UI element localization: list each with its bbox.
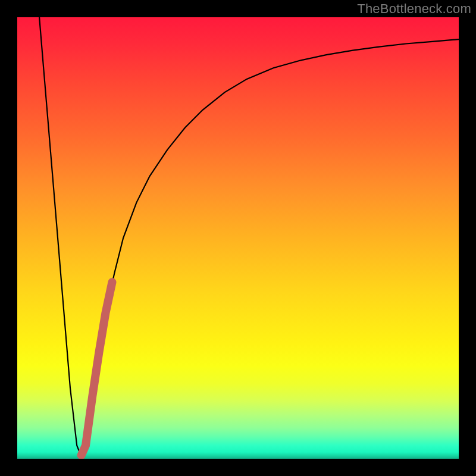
chart-svg — [17, 17, 459, 459]
watermark-text: TheBottleneck.com — [357, 1, 471, 17]
highlight-segment — [82, 282, 112, 455]
plot-area — [17, 17, 459, 459]
outer-frame: TheBottleneck.com — [0, 0, 476, 476]
main-curve — [39, 17, 459, 456]
